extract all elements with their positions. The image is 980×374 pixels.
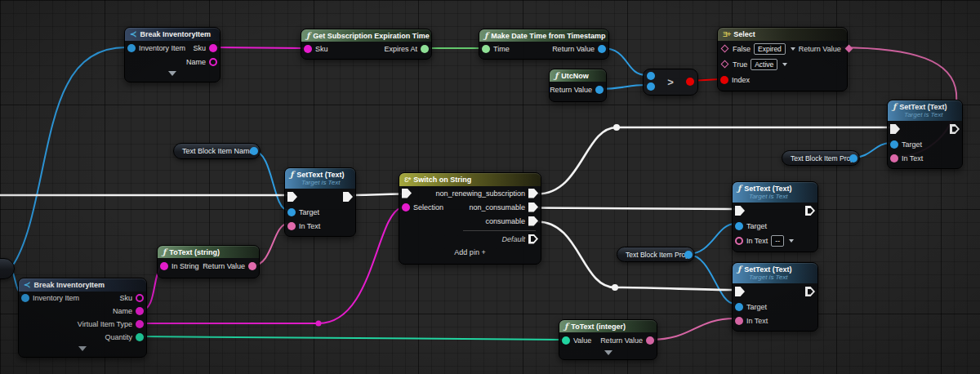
node-title: SetText (Text) xyxy=(744,265,791,274)
variable-label: Text Block Item Name xyxy=(182,147,254,155)
pin-return-value[interactable] xyxy=(646,336,654,345)
pin-time[interactable] xyxy=(482,45,490,53)
pin-inventory-item[interactable] xyxy=(127,44,136,52)
dropdown-arrow-icon[interactable] xyxy=(782,63,787,66)
node-getter-text-block-item-prop-bottom[interactable]: Text Block Item Prop xyxy=(617,247,695,262)
pin-expires-at[interactable] xyxy=(421,45,429,53)
node-title: Break InventoryItem xyxy=(33,281,105,289)
pin-in-string[interactable] xyxy=(160,262,168,270)
pin-target[interactable] xyxy=(735,303,743,311)
wire-object-itemprop-target-bottom[interactable] xyxy=(688,255,735,304)
pin-target[interactable] xyxy=(735,222,743,230)
node-settext-mid-right[interactable]: ƒSetText (Text) Target is Text Target In… xyxy=(732,181,818,252)
pin-target[interactable] xyxy=(287,208,296,216)
pin-false[interactable] xyxy=(721,45,729,53)
reroute-node-exec-top[interactable] xyxy=(613,124,620,131)
pin-sku-in[interactable] xyxy=(304,45,312,53)
pin-compare-b[interactable] xyxy=(647,82,655,91)
node-subtitle: Target is Text xyxy=(904,111,942,118)
exec-in-pin[interactable] xyxy=(735,206,745,216)
false-value-dropdown[interactable]: Expired xyxy=(754,43,786,55)
node-select[interactable]: Ǝ+ Select FalseExpired Return Value True… xyxy=(717,27,848,91)
exec-in-pin[interactable] xyxy=(735,287,745,296)
wire-int-quantity[interactable] xyxy=(140,336,564,340)
wire-text-tointeger-intext[interactable] xyxy=(651,318,735,340)
exec-out-default-pin[interactable] xyxy=(528,234,538,244)
pin-compare-a[interactable] xyxy=(647,72,655,80)
reroute-node-exec-bottom[interactable] xyxy=(612,284,618,291)
pin-name[interactable] xyxy=(209,58,217,66)
node-make-datetime-from-timestamp[interactable]: ƒ Make Date Time from Timestamp Time Ret… xyxy=(479,29,609,60)
wire-object-utcnow-compare[interactable] xyxy=(600,85,646,89)
pin-return-value[interactable] xyxy=(595,86,604,94)
blueprint-graph-canvas[interactable]: ≺ Break InventoryItem Inventory Item Sku… xyxy=(0,0,980,374)
pin-item-prop-out[interactable] xyxy=(849,154,858,163)
node-totext-integer[interactable]: ƒ ToText (integer) Value Return Value xyxy=(559,319,657,360)
pin-label: Return Value xyxy=(552,45,595,53)
pin-return-value[interactable] xyxy=(598,45,606,53)
collapse-arrow-icon[interactable] xyxy=(604,350,612,355)
node-settext-top-right[interactable]: ƒSetText (Text) Target is Text Target In… xyxy=(887,100,963,169)
wire-object-itemprop-target-mid[interactable] xyxy=(688,224,735,254)
pin-sku[interactable] xyxy=(209,44,217,52)
pin-sku[interactable] xyxy=(136,294,144,302)
pin-true[interactable] xyxy=(721,60,729,69)
exec-in-pin[interactable] xyxy=(287,192,297,202)
exec-out-case0-pin[interactable] xyxy=(528,189,538,198)
pin-in-text[interactable] xyxy=(735,237,743,245)
pin-index[interactable] xyxy=(720,76,728,84)
node-settext-bottom-right[interactable]: ƒSetText (Text) Target is Text Target In… xyxy=(732,262,818,332)
node-settext-mid-left[interactable]: ƒSetText (Text) Target is Text Target In… xyxy=(284,167,356,237)
node-break-inventoryitem-top[interactable]: ≺ Break InventoryItem Inventory Item Sku… xyxy=(124,27,220,82)
pin-target[interactable] xyxy=(890,140,898,149)
pin-virtual-item-type[interactable] xyxy=(136,320,144,328)
exec-in-pin[interactable] xyxy=(402,189,412,198)
pin-value[interactable] xyxy=(562,336,570,345)
pin-name[interactable] xyxy=(136,307,144,315)
exec-out-pin[interactable] xyxy=(950,124,960,134)
pin-selection[interactable] xyxy=(402,203,410,211)
exec-out-case1-pin[interactable] xyxy=(528,203,538,212)
exec-out-pin[interactable] xyxy=(343,192,353,202)
exec-in-pin[interactable] xyxy=(890,124,900,134)
pin-return-value[interactable] xyxy=(844,45,853,53)
node-greater-than[interactable]: > xyxy=(643,69,698,96)
node-switch-on-string[interactable]: Ɛ* Switch on String non_renewing_subscri… xyxy=(399,172,541,265)
wire-object-itemname-target[interactable] xyxy=(254,151,287,210)
node-header: ƒ UtcNow xyxy=(550,69,606,82)
in-text-value-field[interactable]: -- xyxy=(771,235,784,247)
node-getter-text-block-item-name[interactable]: Text Block Item Name xyxy=(173,143,261,159)
true-value-dropdown[interactable]: Active xyxy=(751,59,777,70)
function-icon: ƒ xyxy=(484,32,488,40)
exec-out-case2-pin[interactable] xyxy=(528,216,538,226)
add-pin-button[interactable]: Add pin + xyxy=(454,248,485,256)
node-header: ƒ Make Date Time from Timestamp xyxy=(479,29,608,42)
node-utcnow[interactable]: ƒ UtcNow Return Value xyxy=(549,69,607,102)
collapse-arrow-icon[interactable] xyxy=(168,71,176,76)
wire-exec-case1[interactable] xyxy=(537,208,736,210)
pin-in-text[interactable] xyxy=(890,154,898,163)
exec-out-pin[interactable] xyxy=(805,287,815,296)
variable-label: Text Block Item Prop xyxy=(626,251,689,259)
collapse-arrow-icon[interactable] xyxy=(78,346,87,351)
node-getter-text-block-item-prop-top[interactable]: Text Block Item Prop xyxy=(782,150,860,166)
pin-in-text[interactable] xyxy=(287,222,296,230)
node-totext-string[interactable]: ƒ ToText (string) In String Return Value xyxy=(157,245,260,278)
wire-object-inventory-top[interactable] xyxy=(12,47,126,266)
exec-out-pin[interactable] xyxy=(805,206,815,216)
dropdown-arrow-icon[interactable] xyxy=(789,239,794,243)
pin-quantity[interactable] xyxy=(136,333,144,341)
reroute-node-string[interactable] xyxy=(316,321,322,327)
pin-return-value[interactable] xyxy=(248,262,256,270)
node-get-subscription-expiration-time[interactable]: ƒ Get Subscription Expiration Time Sku E… xyxy=(301,29,432,60)
pin-in-text[interactable] xyxy=(735,317,743,325)
wire-exec-settext-switch[interactable] xyxy=(353,194,402,196)
pin-item-prop-out[interactable] xyxy=(684,251,693,259)
pin-label: Index xyxy=(732,76,750,84)
pin-compare-result[interactable] xyxy=(686,78,694,86)
pin-item-name-out[interactable] xyxy=(250,147,258,155)
node-break-inventoryitem-bottom[interactable]: ≺ Break InventoryItem Inventory Item Sku… xyxy=(18,278,147,358)
dropdown-arrow-icon[interactable] xyxy=(791,47,795,51)
wire-string-sku[interactable] xyxy=(214,47,304,48)
pin-inventory-item[interactable] xyxy=(21,294,29,302)
